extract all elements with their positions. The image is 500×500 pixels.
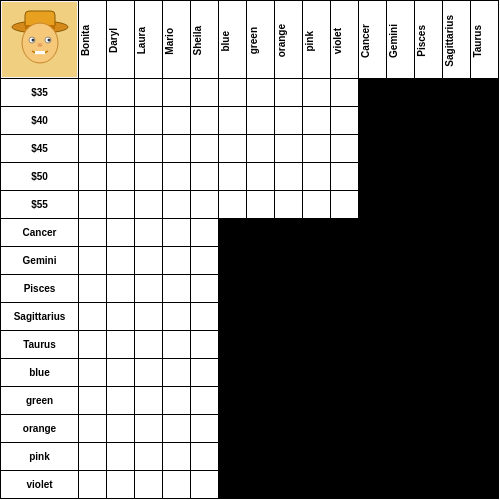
puzzle-cell[interactable] [79, 331, 107, 359]
puzzle-cell[interactable] [163, 415, 191, 443]
puzzle-cell[interactable] [303, 79, 331, 107]
puzzle-cell[interactable] [247, 135, 275, 163]
puzzle-cell[interactable] [163, 79, 191, 107]
puzzle-cell[interactable] [107, 471, 135, 499]
puzzle-cell[interactable] [79, 275, 107, 303]
puzzle-cell[interactable] [303, 191, 331, 219]
puzzle-cell[interactable] [135, 443, 163, 471]
puzzle-cell[interactable] [79, 191, 107, 219]
puzzle-cell[interactable] [135, 387, 163, 415]
puzzle-cell[interactable] [247, 107, 275, 135]
puzzle-cell[interactable] [163, 471, 191, 499]
puzzle-cell[interactable] [79, 107, 107, 135]
puzzle-cell[interactable] [135, 191, 163, 219]
puzzle-cell[interactable] [135, 275, 163, 303]
puzzle-cell[interactable] [191, 191, 219, 219]
puzzle-cell[interactable] [275, 135, 303, 163]
puzzle-cell[interactable] [79, 471, 107, 499]
puzzle-cell[interactable] [79, 79, 107, 107]
puzzle-cell[interactable] [107, 191, 135, 219]
puzzle-cell[interactable] [79, 219, 107, 247]
puzzle-cell[interactable] [135, 359, 163, 387]
puzzle-cell[interactable] [275, 191, 303, 219]
puzzle-cell[interactable] [135, 219, 163, 247]
puzzle-cell[interactable] [331, 135, 359, 163]
puzzle-cell[interactable] [135, 79, 163, 107]
puzzle-cell[interactable] [79, 247, 107, 275]
puzzle-cell[interactable] [163, 219, 191, 247]
puzzle-cell[interactable] [219, 163, 247, 191]
puzzle-cell[interactable] [191, 163, 219, 191]
puzzle-cell[interactable] [303, 107, 331, 135]
puzzle-cell[interactable] [247, 79, 275, 107]
puzzle-cell[interactable] [247, 191, 275, 219]
puzzle-cell[interactable] [303, 135, 331, 163]
puzzle-cell[interactable] [191, 415, 219, 443]
puzzle-cell[interactable] [107, 303, 135, 331]
puzzle-cell[interactable] [163, 163, 191, 191]
puzzle-cell[interactable] [163, 359, 191, 387]
puzzle-cell[interactable] [191, 303, 219, 331]
puzzle-cell[interactable] [79, 359, 107, 387]
puzzle-cell[interactable] [107, 247, 135, 275]
puzzle-cell[interactable] [163, 107, 191, 135]
puzzle-cell[interactable] [275, 79, 303, 107]
puzzle-cell[interactable] [163, 387, 191, 415]
puzzle-cell[interactable] [107, 275, 135, 303]
puzzle-cell[interactable] [163, 191, 191, 219]
puzzle-cell[interactable] [191, 247, 219, 275]
puzzle-cell[interactable] [107, 219, 135, 247]
puzzle-cell[interactable] [191, 387, 219, 415]
puzzle-cell[interactable] [191, 275, 219, 303]
puzzle-cell[interactable] [107, 79, 135, 107]
puzzle-cell[interactable] [79, 387, 107, 415]
puzzle-cell[interactable] [135, 471, 163, 499]
puzzle-cell[interactable] [107, 359, 135, 387]
puzzle-cell[interactable] [219, 79, 247, 107]
puzzle-cell[interactable] [303, 163, 331, 191]
puzzle-cell[interactable] [135, 135, 163, 163]
puzzle-cell[interactable] [191, 359, 219, 387]
puzzle-cell[interactable] [191, 79, 219, 107]
puzzle-cell[interactable] [163, 135, 191, 163]
puzzle-cell[interactable] [107, 163, 135, 191]
puzzle-cell[interactable] [331, 79, 359, 107]
puzzle-cell[interactable] [275, 163, 303, 191]
puzzle-cell[interactable] [107, 107, 135, 135]
puzzle-cell[interactable] [135, 163, 163, 191]
puzzle-cell[interactable] [79, 135, 107, 163]
puzzle-cell[interactable] [219, 135, 247, 163]
puzzle-cell[interactable] [191, 331, 219, 359]
puzzle-cell[interactable] [79, 303, 107, 331]
puzzle-cell[interactable] [79, 415, 107, 443]
puzzle-cell[interactable] [331, 191, 359, 219]
puzzle-cell[interactable] [191, 107, 219, 135]
puzzle-cell[interactable] [163, 247, 191, 275]
puzzle-cell[interactable] [219, 191, 247, 219]
puzzle-cell[interactable] [107, 135, 135, 163]
puzzle-cell[interactable] [191, 219, 219, 247]
puzzle-cell[interactable] [107, 415, 135, 443]
puzzle-cell[interactable] [331, 107, 359, 135]
puzzle-cell[interactable] [275, 107, 303, 135]
puzzle-cell[interactable] [135, 415, 163, 443]
puzzle-cell[interactable] [79, 443, 107, 471]
puzzle-cell[interactable] [135, 303, 163, 331]
puzzle-cell[interactable] [163, 443, 191, 471]
puzzle-cell[interactable] [135, 107, 163, 135]
puzzle-cell[interactable] [79, 163, 107, 191]
puzzle-cell[interactable] [163, 303, 191, 331]
puzzle-cell[interactable] [107, 331, 135, 359]
puzzle-cell[interactable] [247, 163, 275, 191]
puzzle-cell[interactable] [219, 107, 247, 135]
puzzle-cell[interactable] [191, 135, 219, 163]
puzzle-cell[interactable] [191, 471, 219, 499]
puzzle-cell[interactable] [107, 387, 135, 415]
puzzle-cell[interactable] [107, 443, 135, 471]
puzzle-cell[interactable] [331, 163, 359, 191]
puzzle-cell[interactable] [135, 247, 163, 275]
puzzle-cell[interactable] [163, 331, 191, 359]
puzzle-cell[interactable] [135, 331, 163, 359]
puzzle-cell[interactable] [163, 275, 191, 303]
puzzle-cell[interactable] [191, 443, 219, 471]
